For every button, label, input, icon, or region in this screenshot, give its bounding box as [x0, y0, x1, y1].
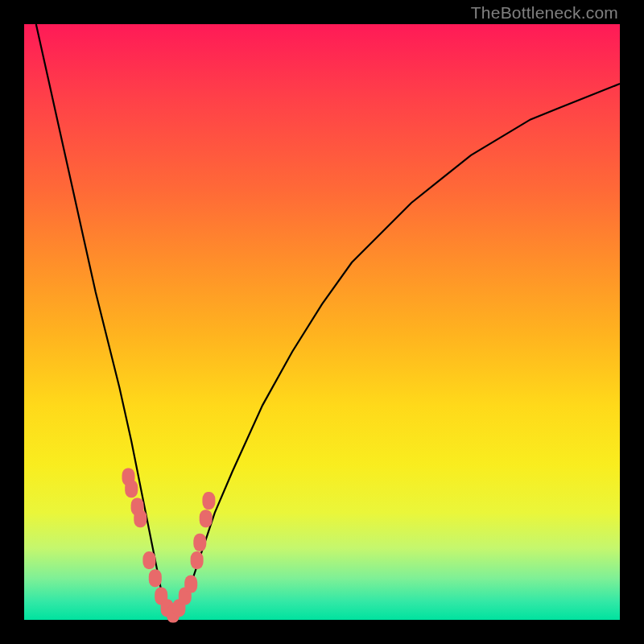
- marker-point: [184, 576, 197, 593]
- chart-frame: TheBottleneck.com: [0, 0, 644, 644]
- highlighted-points: [122, 468, 216, 622]
- marker-point: [149, 569, 162, 587]
- bottleneck-curve: [36, 24, 620, 614]
- marker-point: [125, 480, 138, 497]
- curve-svg: [24, 24, 620, 620]
- marker-point: [134, 510, 147, 527]
- marker-point: [202, 492, 215, 510]
- marker-point: [200, 510, 213, 527]
- watermark-text: TheBottleneck.com: [471, 3, 618, 23]
- marker-point: [142, 551, 155, 569]
- plot-area: [24, 24, 620, 620]
- marker-point: [191, 551, 204, 569]
- marker-point: [193, 534, 206, 551]
